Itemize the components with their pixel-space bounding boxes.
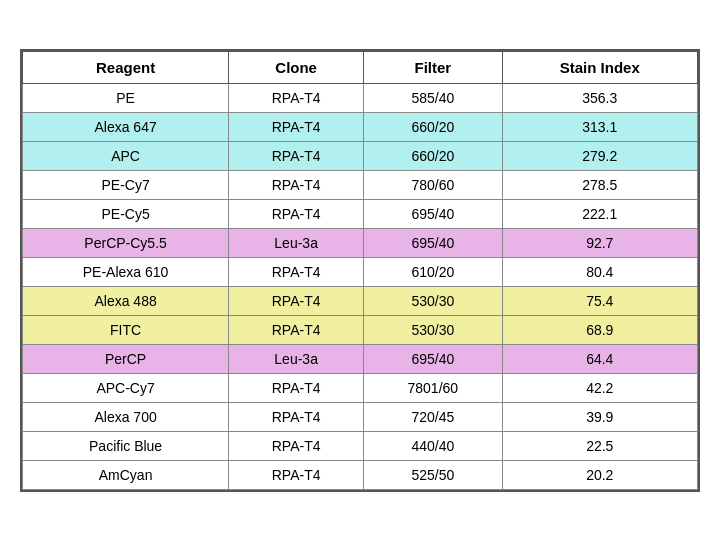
stain-index-cell: 278.5 <box>502 170 697 199</box>
clone-cell: RPA-T4 <box>229 199 364 228</box>
data-table: Reagent Clone Filter Stain Index PERPA-T… <box>20 49 700 492</box>
clone-cell: RPA-T4 <box>229 315 364 344</box>
stain-index-cell: 313.1 <box>502 112 697 141</box>
filter-cell: 695/40 <box>364 344 502 373</box>
header-clone: Clone <box>229 51 364 83</box>
filter-cell: 525/50 <box>364 460 502 489</box>
reagent-cell: PerCP-Cy5.5 <box>23 228 229 257</box>
filter-cell: 610/20 <box>364 257 502 286</box>
reagent-cell: Pacific Blue <box>23 431 229 460</box>
header-reagent: Reagent <box>23 51 229 83</box>
table-row: FITCRPA-T4530/3068.9 <box>23 315 698 344</box>
stain-index-cell: 68.9 <box>502 315 697 344</box>
header-filter: Filter <box>364 51 502 83</box>
filter-cell: 695/40 <box>364 228 502 257</box>
stain-index-cell: 42.2 <box>502 373 697 402</box>
clone-cell: RPA-T4 <box>229 286 364 315</box>
filter-cell: 530/30 <box>364 315 502 344</box>
stain-index-cell: 22.5 <box>502 431 697 460</box>
filter-cell: 440/40 <box>364 431 502 460</box>
clone-cell: Leu-3a <box>229 344 364 373</box>
filter-cell: 660/20 <box>364 141 502 170</box>
table-row: APCRPA-T4660/20279.2 <box>23 141 698 170</box>
clone-cell: RPA-T4 <box>229 402 364 431</box>
filter-cell: 780/60 <box>364 170 502 199</box>
reagent-cell: Alexa 700 <box>23 402 229 431</box>
reagent-cell: Alexa 647 <box>23 112 229 141</box>
table-row: APC-Cy7RPA-T47801/6042.2 <box>23 373 698 402</box>
table-row: Alexa 647RPA-T4660/20313.1 <box>23 112 698 141</box>
clone-cell: RPA-T4 <box>229 83 364 112</box>
filter-cell: 720/45 <box>364 402 502 431</box>
table-row: PERPA-T4585/40356.3 <box>23 83 698 112</box>
header-stain-index: Stain Index <box>502 51 697 83</box>
table-row: Alexa 488RPA-T4530/3075.4 <box>23 286 698 315</box>
reagent-cell: PE-Cy5 <box>23 199 229 228</box>
table-row: PE-Cy5RPA-T4695/40222.1 <box>23 199 698 228</box>
stain-index-cell: 80.4 <box>502 257 697 286</box>
reagent-cell: PE <box>23 83 229 112</box>
clone-cell: RPA-T4 <box>229 257 364 286</box>
filter-cell: 660/20 <box>364 112 502 141</box>
clone-cell: RPA-T4 <box>229 373 364 402</box>
clone-cell: Leu-3a <box>229 228 364 257</box>
stain-index-cell: 356.3 <box>502 83 697 112</box>
stain-index-cell: 92.7 <box>502 228 697 257</box>
filter-cell: 7801/60 <box>364 373 502 402</box>
stain-index-cell: 64.4 <box>502 344 697 373</box>
reagent-cell: Alexa 488 <box>23 286 229 315</box>
table-row: PerCPLeu-3a695/4064.4 <box>23 344 698 373</box>
stain-index-cell: 279.2 <box>502 141 697 170</box>
reagent-cell: FITC <box>23 315 229 344</box>
table-row: PE-Alexa 610RPA-T4610/2080.4 <box>23 257 698 286</box>
filter-cell: 585/40 <box>364 83 502 112</box>
stain-index-cell: 39.9 <box>502 402 697 431</box>
table-row: Pacific BlueRPA-T4440/4022.5 <box>23 431 698 460</box>
stain-index-cell: 20.2 <box>502 460 697 489</box>
clone-cell: RPA-T4 <box>229 460 364 489</box>
reagent-cell: APC <box>23 141 229 170</box>
table-row: PE-Cy7RPA-T4780/60278.5 <box>23 170 698 199</box>
reagent-cell: APC-Cy7 <box>23 373 229 402</box>
clone-cell: RPA-T4 <box>229 170 364 199</box>
stain-index-cell: 222.1 <box>502 199 697 228</box>
filter-cell: 695/40 <box>364 199 502 228</box>
table-row: Alexa 700RPA-T4720/4539.9 <box>23 402 698 431</box>
reagent-cell: PE-Cy7 <box>23 170 229 199</box>
table-row: AmCyanRPA-T4525/5020.2 <box>23 460 698 489</box>
reagent-cell: AmCyan <box>23 460 229 489</box>
stain-index-cell: 75.4 <box>502 286 697 315</box>
reagent-cell: PE-Alexa 610 <box>23 257 229 286</box>
clone-cell: RPA-T4 <box>229 141 364 170</box>
filter-cell: 530/30 <box>364 286 502 315</box>
clone-cell: RPA-T4 <box>229 431 364 460</box>
header-row: Reagent Clone Filter Stain Index <box>23 51 698 83</box>
table-row: PerCP-Cy5.5Leu-3a695/4092.7 <box>23 228 698 257</box>
reagent-cell: PerCP <box>23 344 229 373</box>
clone-cell: RPA-T4 <box>229 112 364 141</box>
